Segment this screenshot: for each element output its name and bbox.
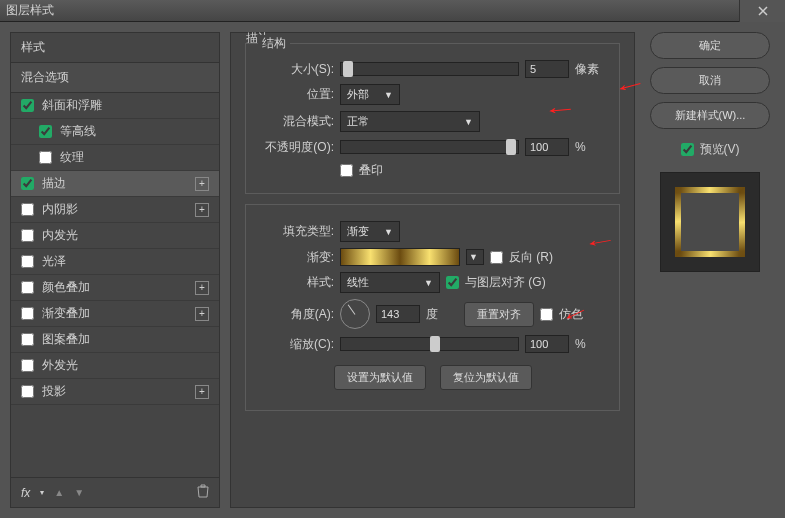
style-checkbox[interactable]	[21, 307, 34, 320]
style-checkbox[interactable]	[21, 255, 34, 268]
reverse-label: 反向 (R)	[509, 249, 553, 266]
style-checkbox[interactable]	[21, 99, 34, 112]
style-item-颜色叠加[interactable]: 颜色叠加+	[11, 275, 219, 301]
size-slider[interactable]	[340, 62, 519, 76]
main-content: 样式 混合选项 斜面和浮雕等高线纹理描边+内阴影+内发光光泽颜色叠加+渐变叠加+…	[0, 22, 785, 518]
style-item-label: 外发光	[42, 357, 78, 374]
reset-default-button[interactable]: 复位为默认值	[440, 365, 532, 390]
reset-align-button[interactable]: 重置对齐	[464, 302, 534, 327]
blend-select[interactable]: 正常▼	[340, 111, 480, 132]
filltype-select[interactable]: 渐变▼	[340, 221, 400, 242]
align-label: 与图层对齐 (G)	[465, 274, 546, 291]
style-select[interactable]: 线性▼	[340, 272, 440, 293]
style-item-等高线[interactable]: 等高线	[11, 119, 219, 145]
move-down-icon[interactable]: ▼	[74, 487, 84, 498]
opacity-slider[interactable]	[340, 140, 519, 154]
align-checkbox[interactable]	[446, 276, 459, 289]
style-item-外发光[interactable]: 外发光	[11, 353, 219, 379]
style-checkbox[interactable]	[39, 125, 52, 138]
ok-button[interactable]: 确定	[650, 32, 770, 59]
gradient-swatch[interactable]	[340, 248, 460, 266]
style-item-描边[interactable]: 描边+	[11, 171, 219, 197]
style-item-label: 光泽	[42, 253, 66, 270]
chevron-down-icon: ▼	[469, 252, 478, 262]
gradient-picker-button[interactable]: ▼	[466, 249, 484, 265]
style-checkbox[interactable]	[21, 359, 34, 372]
overprint-checkbox[interactable]	[340, 164, 353, 177]
fx-label[interactable]: fx	[21, 486, 30, 500]
scale-input[interactable]	[525, 335, 569, 353]
style-item-光泽[interactable]: 光泽	[11, 249, 219, 275]
angle-dial[interactable]	[340, 299, 370, 329]
style-item-投影[interactable]: 投影+	[11, 379, 219, 405]
style-item-label: 纹理	[60, 149, 84, 166]
blend-label: 混合模式:	[260, 113, 334, 130]
chevron-down-icon: ▼	[424, 278, 433, 288]
style-checkbox[interactable]	[21, 281, 34, 294]
add-instance-icon[interactable]: +	[195, 385, 209, 399]
style-item-label: 斜面和浮雕	[42, 97, 102, 114]
style-checkbox[interactable]	[21, 333, 34, 346]
scale-slider[interactable]	[340, 337, 519, 351]
style-item-纹理[interactable]: 纹理	[11, 145, 219, 171]
center-panel: 描边 结构 大小(S): 像素 位置: 外部▼ 混合模式: 正常▼	[230, 32, 635, 508]
set-default-button[interactable]: 设置为默认值	[334, 365, 426, 390]
style-checkbox[interactable]	[39, 151, 52, 164]
opacity-unit: %	[575, 140, 605, 154]
structure-group-title: 结构	[258, 35, 290, 52]
style-item-内阴影[interactable]: 内阴影+	[11, 197, 219, 223]
position-label: 位置:	[260, 86, 334, 103]
dither-label: 仿色	[559, 306, 583, 323]
preview-box	[660, 172, 760, 272]
style-item-label: 投影	[42, 383, 66, 400]
add-instance-icon[interactable]: +	[195, 307, 209, 321]
style-item-图案叠加[interactable]: 图案叠加	[11, 327, 219, 353]
fx-chevron-icon[interactable]: ▾	[40, 488, 44, 497]
chevron-down-icon: ▼	[384, 227, 393, 237]
style-checkbox[interactable]	[21, 385, 34, 398]
dither-checkbox[interactable]	[540, 308, 553, 321]
style-item-label: 内阴影	[42, 201, 78, 218]
style-item-斜面和浮雕[interactable]: 斜面和浮雕	[11, 93, 219, 119]
opacity-input[interactable]	[525, 138, 569, 156]
position-select[interactable]: 外部▼	[340, 84, 400, 105]
add-instance-icon[interactable]: +	[195, 177, 209, 191]
style-checkbox[interactable]	[21, 203, 34, 216]
style-checkbox[interactable]	[21, 177, 34, 190]
angle-input[interactable]	[376, 305, 420, 323]
preview-swatch	[675, 187, 745, 257]
filltype-label: 填充类型:	[260, 223, 334, 240]
scale-label: 缩放(C):	[260, 336, 334, 353]
angle-unit: 度	[426, 306, 438, 323]
style-item-label: 渐变叠加	[42, 305, 90, 322]
new-style-button[interactable]: 新建样式(W)...	[650, 102, 770, 129]
style-item-渐变叠加[interactable]: 渐变叠加+	[11, 301, 219, 327]
sidebar-header: 样式	[11, 33, 219, 63]
add-instance-icon[interactable]: +	[195, 281, 209, 295]
close-button[interactable]	[739, 0, 785, 22]
structure-group: 结构 大小(S): 像素 位置: 外部▼ 混合模式: 正常▼ 不透明度(O):	[245, 43, 620, 194]
reverse-checkbox[interactable]	[490, 251, 503, 264]
right-panel: 确定 取消 新建样式(W)... 预览(V)	[645, 32, 775, 508]
sidebar-footer: fx ▾ ▲ ▼	[11, 477, 219, 507]
styles-sidebar: 样式 混合选项 斜面和浮雕等高线纹理描边+内阴影+内发光光泽颜色叠加+渐变叠加+…	[10, 32, 220, 508]
preview-checkbox[interactable]	[681, 143, 694, 156]
cancel-button[interactable]: 取消	[650, 67, 770, 94]
style-label: 样式:	[260, 274, 334, 291]
style-checkbox[interactable]	[21, 229, 34, 242]
fill-group: 填充类型: 渐变▼ 渐变: ▼ 反向 (R) 样式: 线性▼ 与图层对齐 (G)	[245, 204, 620, 411]
overprint-label: 叠印	[359, 162, 383, 179]
size-unit: 像素	[575, 61, 605, 78]
style-item-label: 内发光	[42, 227, 78, 244]
trash-icon[interactable]	[197, 484, 209, 501]
style-item-内发光[interactable]: 内发光	[11, 223, 219, 249]
style-item-label: 描边	[42, 175, 66, 192]
size-input[interactable]	[525, 60, 569, 78]
chevron-down-icon: ▼	[384, 90, 393, 100]
add-instance-icon[interactable]: +	[195, 203, 209, 217]
window-title: 图层样式	[6, 2, 779, 19]
sidebar-subheader[interactable]: 混合选项	[11, 63, 219, 93]
chevron-down-icon: ▼	[464, 117, 473, 127]
preview-label: 预览(V)	[700, 141, 740, 158]
move-up-icon[interactable]: ▲	[54, 487, 64, 498]
